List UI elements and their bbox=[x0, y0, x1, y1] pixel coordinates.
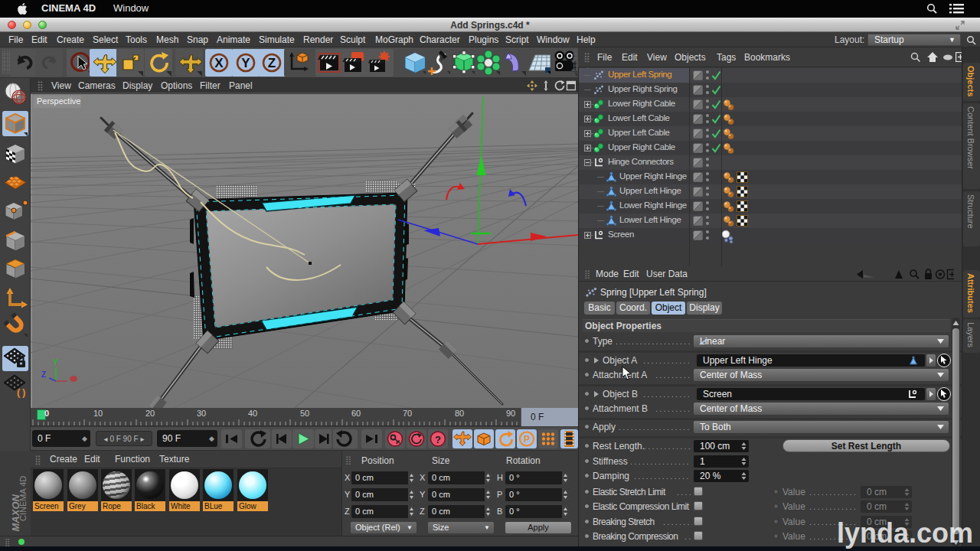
svg-text:P: P bbox=[524, 434, 530, 445]
svg-text:?: ? bbox=[435, 434, 441, 445]
svg-text:Z: Z bbox=[41, 370, 46, 379]
svg-text:Z: Z bbox=[268, 56, 276, 70]
svg-text:Y: Y bbox=[53, 358, 58, 367]
svg-text:Y: Y bbox=[241, 56, 250, 70]
svg-text:X: X bbox=[214, 56, 224, 70]
svg-text:(: ( bbox=[17, 386, 21, 398]
svg-text:): ) bbox=[22, 386, 25, 398]
